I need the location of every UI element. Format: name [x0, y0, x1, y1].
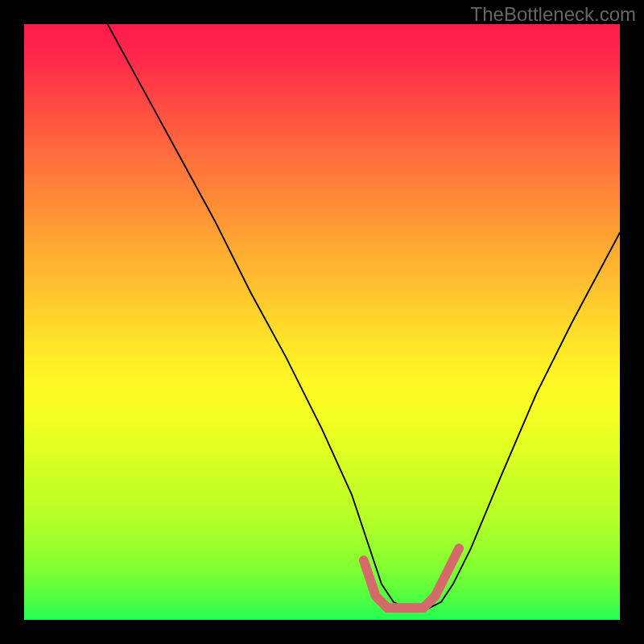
chart-container: TheBottleneck.com [0, 0, 644, 644]
chart-svg [24, 24, 620, 620]
main-curve [108, 24, 620, 608]
watermark-text: TheBottleneck.com [471, 3, 636, 26]
highlight-band [364, 548, 459, 608]
plot-area [24, 24, 620, 620]
